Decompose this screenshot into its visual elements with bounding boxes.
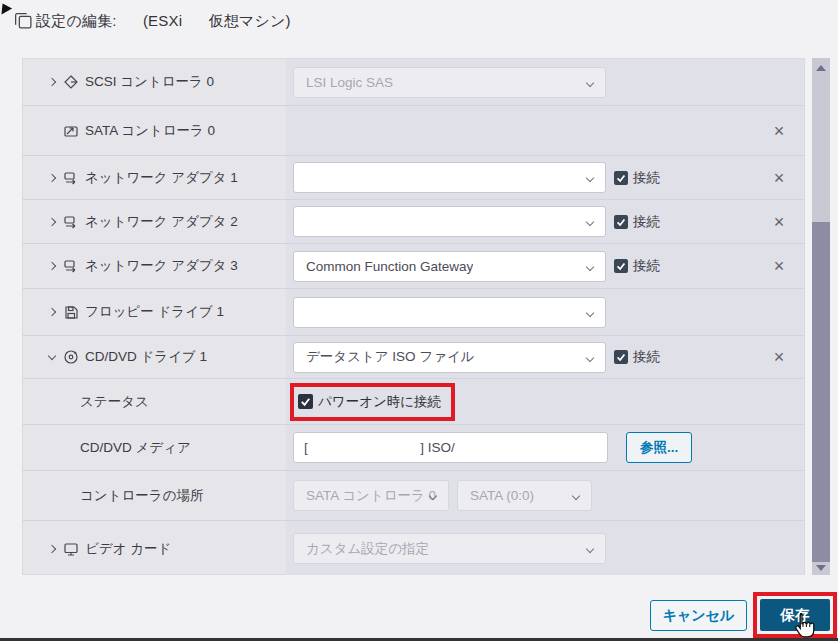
edit-settings-dialog: 設定の編集: (ESXi 仮想マシン) SCSI コントローラ 0 LSI Lo… — [0, 0, 838, 641]
expand-chevron-icon[interactable] — [49, 263, 63, 269]
connect-checkbox[interactable] — [614, 171, 628, 185]
device-table: SCSI コントローラ 0 LSI Logic SAS SATA コントローラ … — [22, 58, 805, 575]
edit-vm-icon — [13, 10, 33, 34]
chevron-down-icon — [586, 78, 594, 86]
row-sata-controller: SATA コントローラ 0 × — [23, 106, 804, 156]
row-floppy-drive: フロッピー ドライブ 1 — [23, 289, 804, 336]
chevron-down-icon — [586, 218, 594, 226]
row-network-adapter-2: ネットワーク アダプタ 2 接続 × — [23, 200, 804, 244]
connect-at-power-on-checkbox[interactable] — [298, 394, 313, 409]
row-status: ステータス パワーオン時に接続 — [23, 379, 804, 425]
row-network-adapter-1: ネットワーク アダプタ 1 接続 × — [23, 156, 804, 200]
device-label: CD/DVD ドライブ 1 — [85, 348, 207, 366]
chevron-down-icon — [586, 545, 594, 553]
floppy-drive-icon — [63, 304, 85, 320]
cd-dvd-drive-icon — [63, 349, 85, 365]
remove-device-button[interactable]: × — [770, 257, 788, 275]
connect-at-power-on-label: パワーオン時に接続 — [318, 393, 441, 411]
browse-button[interactable]: 参照... — [626, 432, 692, 463]
connect-label: 接続 — [633, 169, 660, 187]
connect-label: 接続 — [633, 257, 660, 275]
dialog-title: 設定の編集: (ESXi 仮想マシン) — [36, 12, 291, 31]
scroll-down-button[interactable] — [812, 560, 830, 576]
remove-device-button[interactable]: × — [770, 348, 788, 366]
status-label: ステータス — [80, 393, 149, 411]
chevron-down-icon — [572, 492, 580, 500]
scsi-type-select: LSI Logic SAS — [293, 67, 606, 98]
cd-dvd-source-select[interactable]: データストア ISO ファイル — [293, 342, 606, 373]
controller-node-select: SATA (0:0) — [457, 480, 592, 511]
scrollbar-track[interactable] — [812, 58, 830, 578]
cancel-button[interactable]: キャンセル — [650, 600, 747, 631]
device-label: ネットワーク アダプタ 2 — [85, 213, 238, 231]
connect-checkbox[interactable] — [614, 259, 628, 273]
row-cd-dvd-media: CD/DVD メディア 参照... — [23, 425, 804, 471]
connect-label: 接続 — [633, 213, 660, 231]
expand-chevron-icon[interactable] — [49, 175, 63, 181]
network-select[interactable]: Common Function Gateway — [293, 251, 606, 282]
scrollbar-thumb[interactable] — [812, 222, 830, 562]
expand-chevron-icon[interactable] — [49, 219, 63, 225]
row-controller-location: コントローラの場所 SATA コントローラ 0 SATA (0:0) — [23, 471, 804, 521]
collapse-chevron-icon[interactable] — [49, 356, 63, 359]
connect-label: 接続 — [633, 348, 660, 366]
device-label: フロッピー ドライブ 1 — [85, 303, 224, 321]
chevron-down-icon — [586, 262, 594, 270]
hand-pointer-cursor-icon — [792, 612, 816, 641]
device-label: ネットワーク アダプタ 1 — [85, 169, 238, 187]
iso-path-input[interactable] — [293, 432, 608, 463]
connect-checkbox[interactable] — [614, 350, 628, 364]
expand-chevron-icon[interactable] — [49, 79, 63, 85]
chevron-down-icon — [586, 174, 594, 182]
sata-controller-icon — [63, 123, 85, 139]
row-network-adapter-3: ネットワーク アダプタ 3 Common Function Gateway 接続… — [23, 244, 804, 289]
device-label: SATA コントローラ 0 — [85, 122, 215, 140]
device-label: ビデオ カード — [85, 540, 171, 558]
dialog-footer: キャンセル 保存 — [0, 575, 838, 641]
remove-device-button[interactable]: × — [770, 169, 788, 187]
expand-chevron-icon[interactable] — [49, 546, 63, 552]
row-cd-dvd-drive: CD/DVD ドライブ 1 データストア ISO ファイル 接続 × — [23, 336, 804, 379]
device-label: ネットワーク アダプタ 3 — [85, 257, 238, 275]
network-adapter-icon — [63, 170, 85, 186]
floppy-select[interactable] — [293, 297, 606, 328]
controller-select: SATA コントローラ 0 — [293, 480, 449, 511]
video-card-select: カスタム設定の指定 — [293, 533, 606, 564]
network-select[interactable] — [293, 206, 606, 237]
controller-location-label: コントローラの場所 — [80, 487, 203, 505]
row-video-card: ビデオ カード カスタム設定の指定 — [23, 521, 804, 576]
highlight-box-status: パワーオン時に接続 — [290, 383, 455, 421]
scsi-controller-icon — [63, 74, 85, 90]
chevron-down-icon — [586, 308, 594, 316]
expand-chevron-icon[interactable] — [49, 309, 63, 315]
remove-device-button[interactable]: × — [770, 122, 788, 140]
scroll-up-button[interactable] — [812, 60, 830, 76]
network-adapter-icon — [63, 214, 85, 230]
row-scsi-controller: SCSI コントローラ 0 LSI Logic SAS — [23, 59, 804, 106]
video-card-icon — [63, 541, 85, 557]
arrow-cursor-icon — [1, 4, 12, 16]
remove-device-button[interactable]: × — [770, 213, 788, 231]
device-label: SCSI コントローラ 0 — [85, 73, 214, 91]
media-label: CD/DVD メディア — [80, 439, 191, 457]
chevron-down-icon — [586, 353, 594, 361]
connect-checkbox[interactable] — [614, 215, 628, 229]
network-adapter-icon — [63, 258, 85, 274]
network-select[interactable] — [293, 162, 606, 193]
